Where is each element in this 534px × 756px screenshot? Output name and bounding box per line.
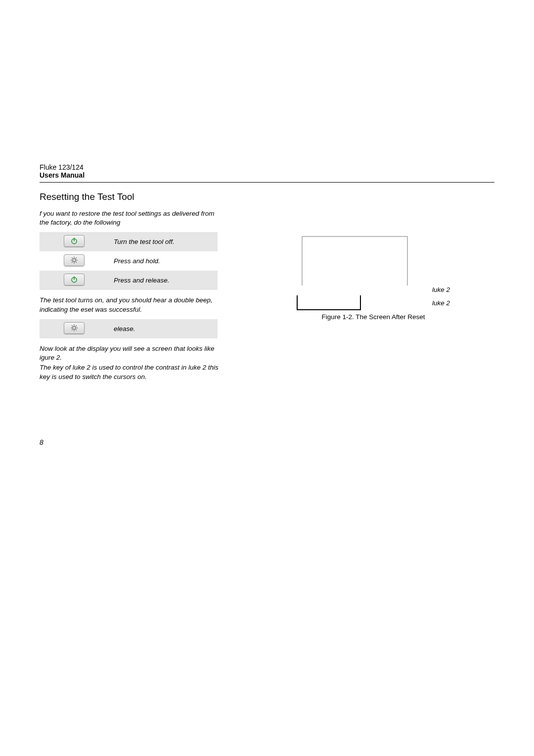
step-text: elease. (109, 319, 218, 338)
step-text: Press and hold. (109, 251, 218, 271)
svg-line-20 (76, 326, 76, 326)
step-text: Press and release. (109, 271, 218, 290)
table-row: elease. (40, 319, 218, 338)
section-heading: Resetting the Test Tool (40, 191, 222, 202)
svg-point-13 (73, 327, 76, 330)
header-rule (40, 182, 494, 183)
steps-table: Turn the test tool off. (40, 232, 218, 290)
svg-line-10 (72, 262, 72, 263)
figure-label-mid: luke 2 (432, 286, 450, 293)
running-header: Fluke 123/124 Users Manual (40, 163, 494, 179)
figure-screen-after-reset: luke 2 luke 2 Figure 1-2. The Screen Aft… (252, 236, 494, 321)
svg-line-9 (76, 258, 76, 259)
brightness-key-icon (64, 254, 85, 266)
right-column: luke 2 luke 2 Figure 1-2. The Screen Aft… (252, 191, 494, 386)
figure-caption: Figure 1-2. The Screen After Reset (252, 313, 494, 321)
header-title: Users Manual (40, 171, 494, 179)
header-product: Fluke 123/124 (40, 163, 494, 171)
svg-line-7 (72, 258, 72, 259)
table-row: Press and hold. (40, 251, 218, 271)
step-text: Turn the test tool off. (109, 232, 218, 251)
intro-paragraph: f you want to restore the test tool sett… (40, 209, 222, 227)
power-key-icon (64, 235, 85, 247)
svg-line-19 (76, 330, 76, 330)
brightness-key-icon (64, 322, 85, 334)
figure-label-bottom: luke 2 (432, 299, 450, 307)
steps-table: elease. (40, 319, 218, 338)
after-paragraph-1: Now look at the display you will see a s… (40, 344, 222, 362)
page-number: 8 (40, 438, 44, 446)
table-row: Press and release. (40, 271, 218, 290)
screen-placeholder-bottom (297, 295, 361, 310)
power-key-icon (64, 274, 85, 285)
svg-line-18 (72, 326, 72, 326)
after-paragraph-2: The key of luke 2 is used to control the… (40, 363, 222, 381)
svg-line-21 (72, 330, 72, 330)
left-column: Resetting the Test Tool f you want to re… (40, 191, 222, 386)
mid-paragraph: The test tool turns on, and you should h… (40, 296, 222, 314)
screen-placeholder-top (302, 236, 408, 285)
svg-line-8 (76, 262, 76, 263)
svg-point-2 (73, 259, 76, 262)
table-row: Turn the test tool off. (40, 232, 218, 251)
